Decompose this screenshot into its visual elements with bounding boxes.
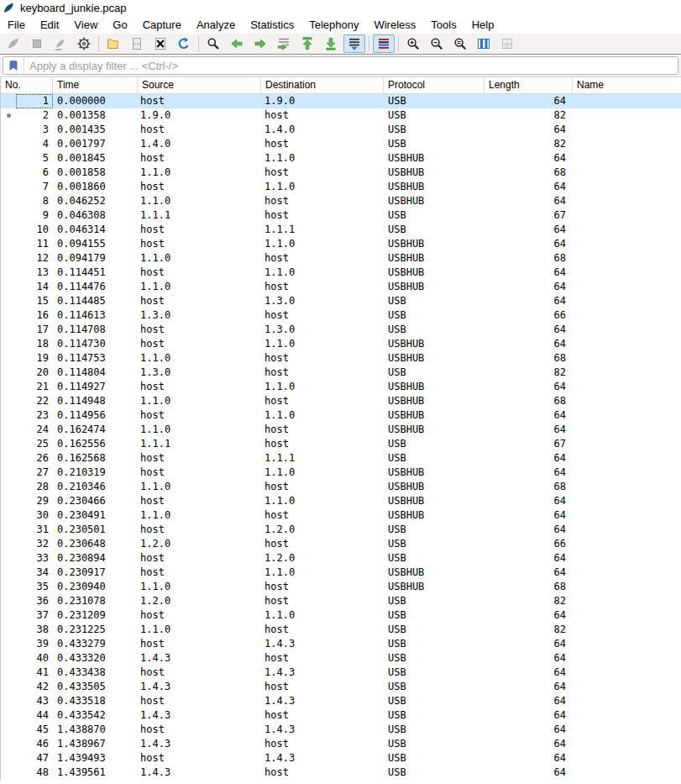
packet-row[interactable]: 340.230917host1.1.0USBHUB64 xyxy=(1,566,681,580)
packet-row[interactable]: 390.433279host1.4.3USB64 xyxy=(1,637,681,651)
packet-row[interactable]: 80.0462521.1.0hostUSBHUB64 xyxy=(1,194,681,208)
menu-item-tools[interactable]: Tools xyxy=(423,16,464,34)
column-header-destination[interactable]: Destination xyxy=(261,77,384,93)
packet-row[interactable]: 10.000000host1.9.0USB64 xyxy=(1,94,681,108)
zoom-out-button[interactable] xyxy=(426,34,448,53)
packet-marker-gutter xyxy=(1,466,16,480)
colorize-button[interactable] xyxy=(373,34,395,53)
menu-item-statistics[interactable]: Statistics xyxy=(243,16,301,34)
packet-row[interactable]: 430.433518host1.4.3USB64 xyxy=(1,694,681,708)
packet-row[interactable]: 60.0018581.1.0hostUSBHUB68 xyxy=(1,166,681,180)
packet-row[interactable]: 110.094155host1.1.0USBHUB64 xyxy=(1,237,681,251)
capture-options-button[interactable] xyxy=(73,34,95,53)
packet-row[interactable]: 471.439493host1.4.3USB64 xyxy=(1,751,681,766)
packet-row[interactable]: 481.4395611.4.3hostUSB64 xyxy=(1,766,681,780)
packet-row[interactable]: 440.4335421.4.3hostUSB64 xyxy=(1,708,681,723)
go-forward-button[interactable] xyxy=(249,34,271,53)
find-packet-button[interactable] xyxy=(202,34,224,53)
go-first-packet-button[interactable] xyxy=(296,34,318,53)
packet-row[interactable]: 40.0017971.4.0hostUSB82 xyxy=(1,137,681,151)
go-to-packet-button[interactable] xyxy=(273,34,295,53)
menu-item-capture[interactable]: Capture xyxy=(135,16,189,34)
packet-row[interactable]: 190.1147531.1.0hostUSBHUB68 xyxy=(1,351,681,366)
packet-row[interactable]: 320.2306481.2.0hostUSB66 xyxy=(1,537,681,551)
zoom-in-button[interactable] xyxy=(402,34,424,53)
column-header-time[interactable]: Time xyxy=(53,77,138,93)
close-file-button[interactable] xyxy=(149,34,171,53)
display-filter-input[interactable] xyxy=(24,57,678,74)
packet-row[interactable]: 210.114927host1.1.0USBHUB64 xyxy=(1,380,681,394)
packet-row[interactable]: 280.2103461.1.0hostUSBHUB68 xyxy=(1,480,681,494)
menu-item-wireless[interactable]: Wireless xyxy=(366,16,423,34)
cell-destination: host xyxy=(261,766,384,780)
packet-row[interactable]: 50.001845host1.1.0USBHUB64 xyxy=(1,151,681,166)
zoom-original-button[interactable] xyxy=(449,34,471,53)
packet-row[interactable]: 160.1146131.3.0hostUSB66 xyxy=(1,308,681,323)
packet-marker-gutter xyxy=(1,166,16,180)
menu-item-help[interactable]: Help xyxy=(464,16,502,34)
packet-row[interactable]: 370.231209host1.1.0USB64 xyxy=(1,608,681,623)
menu-item-analyze[interactable]: Analyze xyxy=(189,16,243,34)
packet-row[interactable]: 290.230466host1.1.0USBHUB64 xyxy=(1,494,681,508)
packet-row[interactable]: 260.162568host1.1.1USB64 xyxy=(1,451,681,466)
packet-row[interactable]: 30.001435host1.4.0USB64 xyxy=(1,123,681,137)
reload-file-button[interactable] xyxy=(173,34,195,53)
packet-marker-gutter xyxy=(1,308,16,323)
cell-destination: host xyxy=(261,580,384,594)
packet-row[interactable]: 130.114451host1.1.0USBHUB64 xyxy=(1,266,681,280)
packet-row[interactable]: 300.2304911.1.0hostUSBHUB64 xyxy=(1,508,681,523)
menu-item-edit[interactable]: Edit xyxy=(33,16,66,34)
packet-row[interactable]: 100.046314host1.1.1USB64 xyxy=(1,223,681,237)
restart-capture-button[interactable] xyxy=(50,34,71,53)
packet-row[interactable]: 410.433438host1.4.3USB64 xyxy=(1,666,681,680)
packet-row[interactable]: 420.4335051.4.3hostUSB64 xyxy=(1,680,681,694)
cell-time: 1.438967 xyxy=(53,737,138,751)
packet-row[interactable]: 330.230894host1.2.0USB64 xyxy=(1,551,681,566)
packet-row[interactable]: 20.0013581.9.0hostUSB82 xyxy=(1,108,681,123)
packet-row[interactable]: 270.210319host1.1.0USBHUB64 xyxy=(1,466,681,480)
column-header-protocol[interactable]: Protocol xyxy=(384,77,485,93)
packet-row[interactable]: 350.2309401.1.0hostUSBHUB68 xyxy=(1,580,681,594)
start-capture-button[interactable] xyxy=(3,34,24,53)
packet-row[interactable]: 170.114708host1.3.0USB64 xyxy=(1,323,681,337)
cell-time: 0.230466 xyxy=(53,494,138,508)
layout-button[interactable]: 123 xyxy=(496,34,518,53)
cell-name xyxy=(573,537,681,551)
packet-row[interactable]: 240.1624741.1.0hostUSBHUB64 xyxy=(1,423,681,437)
menu-item-telephony[interactable]: Telephony xyxy=(301,16,366,34)
packet-row[interactable]: 180.114730host1.1.0USBHUB64 xyxy=(1,337,681,351)
column-header-name[interactable]: Name xyxy=(573,77,681,93)
column-header-source[interactable]: Source xyxy=(138,77,261,93)
go-last-packet-button[interactable] xyxy=(320,34,342,53)
column-header-no[interactable]: No. xyxy=(1,77,53,93)
packet-row[interactable]: 140.1144761.1.0hostUSBHUB64 xyxy=(1,280,681,294)
packet-row[interactable]: 150.114485host1.3.0USB64 xyxy=(1,294,681,308)
save-file-button[interactable]: 010 xyxy=(126,34,148,53)
cell-destination: host xyxy=(261,594,384,608)
packet-row[interactable]: 380.2312251.1.0hostUSB82 xyxy=(1,623,681,637)
title-bar[interactable]: keyboard_junkie.pcap xyxy=(0,0,681,16)
filter-bookmark-button[interactable] xyxy=(3,57,24,74)
packet-row[interactable]: 310.230501host1.2.0USB64 xyxy=(1,523,681,537)
packet-row[interactable]: 220.1149481.1.0hostUSBHUB68 xyxy=(1,394,681,408)
open-file-button[interactable] xyxy=(102,34,124,53)
zoom-original-icon xyxy=(453,37,467,50)
menu-item-go[interactable]: Go xyxy=(105,16,134,34)
go-back-button[interactable] xyxy=(226,34,248,53)
packet-row[interactable]: 230.114956host1.1.0USBHUB64 xyxy=(1,408,681,423)
packet-row[interactable]: 461.4389671.4.3hostUSB64 xyxy=(1,737,681,751)
menu-item-file[interactable]: File xyxy=(0,16,33,34)
packet-row[interactable]: 360.2310781.2.0hostUSB82 xyxy=(1,594,681,608)
stop-capture-button[interactable] xyxy=(26,34,48,53)
packet-row[interactable]: 451.438870host1.4.3USB64 xyxy=(1,723,681,737)
resize-columns-button[interactable] xyxy=(473,34,495,53)
packet-row[interactable]: 120.0941791.1.0hostUSBHUB68 xyxy=(1,251,681,266)
column-header-length[interactable]: Length xyxy=(485,77,573,93)
packet-row[interactable]: 90.0463081.1.1hostUSB67 xyxy=(1,208,681,223)
packet-row[interactable]: 200.1148041.3.0hostUSB82 xyxy=(1,366,681,380)
menu-item-view[interactable]: View xyxy=(66,16,105,34)
auto-scroll-button[interactable] xyxy=(343,34,365,53)
packet-row[interactable]: 400.4333201.4.3hostUSB64 xyxy=(1,651,681,666)
packet-row[interactable]: 250.1625561.1.1hostUSB67 xyxy=(1,437,681,451)
packet-row[interactable]: 70.001860host1.1.0USBHUB64 xyxy=(1,180,681,194)
